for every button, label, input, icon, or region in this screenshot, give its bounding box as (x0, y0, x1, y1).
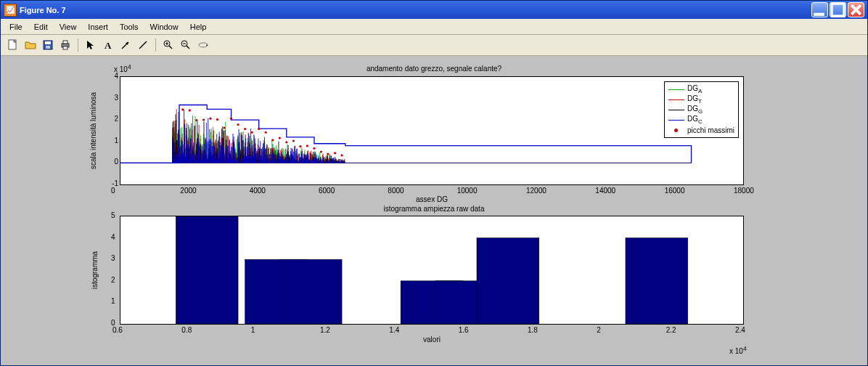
menu-view[interactable]: View (54, 21, 83, 33)
axes1-plot (120, 77, 743, 184)
rotate-3d-icon[interactable] (195, 37, 211, 53)
legend-item: DGG (668, 105, 734, 115)
svg-point-22 (195, 119, 197, 121)
svg-point-23 (202, 118, 205, 121)
axes1-ylabel: scala intensità luminosa (89, 76, 97, 185)
axes2-xtick: 1.6 (459, 326, 469, 334)
minimize-button[interactable] (811, 2, 828, 17)
axes-histogram[interactable] (120, 216, 744, 325)
axes1-xtick: 8000 (388, 187, 404, 195)
svg-rect-44 (176, 216, 238, 324)
figure-canvas: andamento dato grezzo, segnale calante? … (4, 56, 864, 362)
axes1-title: andamento dato grezzo, segnale calante? (4, 65, 864, 73)
svg-point-25 (216, 118, 218, 121)
svg-point-32 (265, 131, 267, 134)
toolbar: A (1, 35, 867, 56)
axes1-ytick: 0 (110, 158, 118, 166)
svg-point-43 (340, 154, 343, 156)
maximize-button[interactable] (830, 2, 846, 17)
legend-item: DGT (668, 94, 734, 105)
app-icon: 📈 (4, 4, 17, 17)
menu-edit[interactable]: Edit (28, 21, 54, 33)
line-icon[interactable] (135, 37, 151, 53)
save-icon[interactable] (40, 37, 56, 53)
axes2-ytick: 4 (111, 233, 115, 241)
zoom-in-icon[interactable] (160, 37, 176, 53)
axes2-xlabel: valori (120, 336, 744, 343)
open-file-icon[interactable] (22, 37, 38, 53)
svg-point-21 (189, 109, 191, 111)
zoom-out-icon[interactable] (178, 37, 194, 53)
axes2-title: istogramma ampiezza raw data (4, 205, 864, 213)
axes1-xtick: 2000 (180, 187, 196, 195)
axes1-xtick: 4000 (250, 187, 266, 195)
svg-point-38 (306, 145, 308, 147)
svg-point-30 (251, 131, 253, 134)
menu-tools[interactable]: Tools (114, 21, 144, 33)
window-title: Figure No. 7 (20, 6, 811, 15)
text-icon[interactable]: A (100, 37, 116, 53)
arrow-icon[interactable] (118, 37, 134, 53)
axes1-ytick: 4 (110, 72, 118, 80)
axes1-ytick: 2 (110, 115, 118, 123)
svg-point-41 (327, 153, 329, 155)
axes2-xtick: 2 (597, 326, 601, 334)
axes2-xtick: 1.8 (528, 326, 538, 334)
axes1-xtick: 10000 (457, 187, 478, 195)
svg-point-33 (271, 139, 274, 141)
svg-rect-7 (63, 41, 67, 44)
svg-point-34 (279, 137, 281, 139)
axes1-xtick: 12000 (526, 187, 546, 195)
svg-point-37 (299, 145, 301, 147)
axes2-ytick: 2 (111, 276, 115, 284)
pointer-icon[interactable] (83, 37, 99, 53)
legend-item: DGC (668, 115, 734, 125)
figure-window: 📈 Figure No. 7 File Edit View Insert Too… (0, 0, 868, 366)
menu-help[interactable]: Help (184, 21, 213, 33)
axes1-xtick: 6000 (319, 187, 335, 195)
axes1-ytick: 1 (110, 137, 118, 145)
svg-point-24 (209, 118, 211, 120)
menu-file[interactable]: File (4, 21, 28, 33)
svg-point-28 (237, 123, 239, 126)
menu-insert[interactable]: Insert (82, 21, 114, 33)
svg-point-27 (230, 118, 232, 120)
svg-line-17 (187, 46, 189, 49)
svg-point-31 (258, 128, 260, 130)
legend-item: DGA (668, 84, 734, 94)
axes2-ytick: 0 (111, 319, 115, 327)
svg-point-40 (320, 150, 322, 152)
axes1-ytick: -1 (110, 179, 118, 187)
axes2-ylabel: istogramma (91, 216, 99, 325)
svg-rect-4 (45, 41, 51, 44)
svg-point-42 (334, 152, 336, 154)
axes2-ytick: 1 (111, 297, 115, 305)
legend-item: picchi massimi (668, 125, 734, 135)
titlebar[interactable]: 📈 Figure No. 7 (1, 1, 867, 19)
svg-point-19 (199, 43, 208, 47)
svg-point-20 (181, 108, 184, 110)
svg-point-35 (285, 141, 287, 143)
svg-line-11 (139, 41, 147, 49)
axes2-xtick: 1.4 (389, 326, 399, 334)
axes2-xtick: 1.2 (320, 326, 330, 334)
print-icon[interactable] (57, 37, 73, 53)
axes2-xtick: 0.8 (181, 326, 192, 334)
axes1-ytick: 3 (110, 94, 118, 102)
axes-signal[interactable]: DGA DGT DGG DGC picchi massimi (120, 76, 744, 185)
menu-window[interactable]: Window (144, 21, 184, 33)
axes1-xtick: 0 (111, 187, 115, 195)
new-figure-icon[interactable] (5, 37, 21, 53)
axes1-xtick: 14000 (595, 187, 615, 195)
svg-rect-49 (477, 238, 539, 324)
axes1-xtick: 18000 (734, 187, 754, 195)
axes2-xtick: 1 (251, 326, 255, 334)
axes1-xtick: 16000 (665, 187, 685, 195)
svg-point-36 (292, 139, 295, 142)
axes2-xtick: 0.6 (112, 326, 123, 334)
svg-rect-46 (279, 259, 342, 324)
menubar: File Edit View Insert Tools Window Help (1, 19, 867, 35)
svg-text:A: A (105, 40, 112, 51)
close-button[interactable] (848, 2, 864, 17)
legend[interactable]: DGA DGT DGG DGC picchi massimi (664, 81, 739, 138)
